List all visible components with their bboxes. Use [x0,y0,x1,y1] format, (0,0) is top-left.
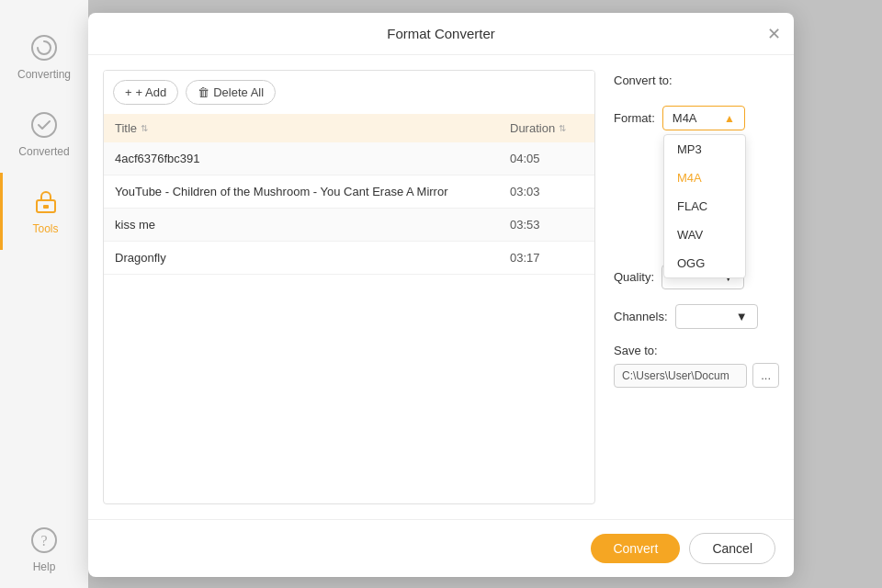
row-title: YouTube - Children of the Mushroom - You… [115,185,510,198]
sidebar-item-converting[interactable]: Converting [0,18,88,96]
format-selected-value: M4A [673,111,697,125]
channels-label: Channels: [614,310,668,323]
browse-button[interactable]: ... [752,363,779,388]
dialog-footer: Convert Cancel [88,519,794,577]
table-body: 4acf6376fbc391 04:05 YouTube - Children … [104,142,594,275]
format-converter-dialog: Format Converter ✕ + + Add 🗑 Delete All [88,13,794,577]
option-m4a[interactable]: M4A [664,164,745,192]
option-mp3[interactable]: MP3 [664,135,745,164]
table-row[interactable]: YouTube - Children of the Mushroom - You… [104,175,594,209]
quality-label: Quality: [614,270,654,284]
option-wav[interactable]: WAV [664,220,745,249]
col-duration-header: Duration ⇅ [510,121,583,135]
duration-sort-icon[interactable]: ⇅ [559,123,566,133]
sidebar-item-converting-label: Converting [17,68,71,81]
add-button-label: + Add [136,85,167,99]
svg-text:?: ? [40,533,47,548]
save-to-label: Save to: [614,344,779,357]
row-duration: 04:05 [510,152,583,165]
option-flac[interactable]: FLAC [664,192,745,220]
chevron-up-icon: ▲ [724,112,735,125]
toolbar: + + Add 🗑 Delete All [104,71,594,114]
delete-button-label: Delete All [213,85,264,99]
sidebar: Converting Converted Tools ? Help [0,0,88,588]
svg-point-1 [32,113,56,137]
settings-panel: Convert to: Format: M4A ▲ MP3 M4A FLAC W… [614,70,779,504]
svg-point-0 [32,36,56,60]
table-row[interactable]: kiss me 03:53 [104,209,594,242]
channels-row: Channels: ▼ [614,304,779,329]
option-ogg[interactable]: OGG [664,249,745,277]
format-row: Format: M4A ▲ [614,106,779,130]
row-title: 4acf6376fbc391 [115,152,510,165]
dialog-title: Format Converter [387,26,495,41]
row-title: kiss me [115,218,510,232]
sidebar-item-help-label: Help [33,560,56,573]
sidebar-item-converted[interactable]: Converted [0,96,88,173]
convert-button[interactable]: Convert [591,534,680,563]
row-duration: 03:03 [510,185,583,198]
col-title-header: Title ⇅ [115,121,510,135]
svg-rect-3 [43,205,49,209]
save-to-section: Save to: C:\Users\User\Docum ... [614,344,779,388]
close-button[interactable]: ✕ [767,26,781,42]
row-title: Dragonfly [115,251,510,265]
dialog-body: + + Add 🗑 Delete All Title ⇅ Duration [88,55,794,519]
cancel-button[interactable]: Cancel [689,533,775,564]
table-row[interactable]: Dragonfly 03:17 [104,242,594,275]
dialog-header: Format Converter ✕ [88,13,794,55]
sidebar-item-tools[interactable]: Tools [0,173,88,250]
title-sort-icon[interactable]: ⇅ [141,123,148,133]
channels-chevron-icon: ▼ [736,310,748,323]
channels-select[interactable]: ▼ [675,304,758,329]
sidebar-item-help[interactable]: ? Help [0,511,88,588]
sidebar-item-converted-label: Converted [18,145,69,158]
file-panel: + + Add 🗑 Delete All Title ⇅ Duration [103,70,595,504]
save-path-display: C:\Users\User\Docum [614,364,747,388]
delete-all-button[interactable]: 🗑 Delete All [186,80,276,105]
row-duration: 03:53 [510,218,583,232]
add-button[interactable]: + + Add [113,80,178,105]
format-label: Format: [614,111,655,125]
table-row[interactable]: 4acf6376fbc391 04:05 [104,142,594,175]
sidebar-item-tools-label: Tools [32,222,58,235]
plus-icon: + [125,85,132,99]
format-select[interactable]: M4A ▲ [662,106,745,130]
row-duration: 03:17 [510,251,583,265]
table-header: Title ⇅ Duration ⇅ [104,114,594,142]
file-table: Title ⇅ Duration ⇅ 4acf6376fbc391 04:05 … [104,114,594,503]
format-dropdown-menu: MP3 M4A FLAC WAV OGG [663,134,746,278]
save-path-row: C:\Users\User\Docum ... [614,363,779,388]
convert-to-label: Convert to: [614,74,779,87]
trash-icon: 🗑 [198,85,209,99]
